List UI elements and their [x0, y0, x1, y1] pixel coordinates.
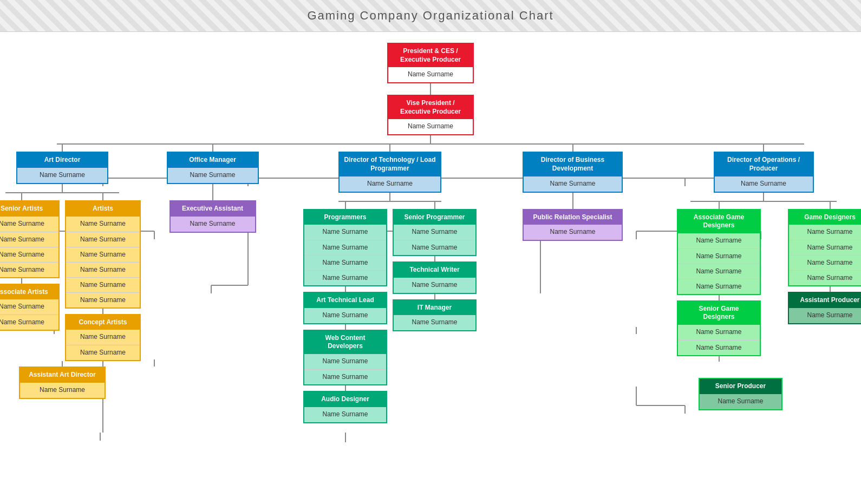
assoc-game-designers-name-3: Name Surname	[678, 279, 760, 294]
artists-name-0: Name Surname	[66, 217, 140, 232]
concept-artists-title: Concept Artists	[66, 315, 140, 330]
web-content-box: Web Content Developers Name Surname Name…	[303, 330, 387, 385]
programmers-name-2: Name Surname	[304, 255, 386, 270]
office-manager-name: Name Surname	[168, 168, 258, 183]
office-manager-box: Office Manager Name Surname	[167, 152, 259, 184]
assoc-game-designers-name-0: Name Surname	[678, 233, 760, 248]
senior-programmer-title: Senior Programmer	[394, 210, 475, 225]
programmers-name-0: Name Surname	[304, 225, 386, 240]
president-box: President & CES / Executive Producer Nam…	[387, 43, 474, 83]
dir-biz-box: Director of Business Development Name Su…	[523, 152, 623, 192]
artists-name-4: Name Surname	[66, 277, 140, 292]
game-designers-title: Game Designers	[789, 210, 861, 225]
senior-producer-name-0: Name Surname	[700, 394, 781, 409]
dir-ops-box: Director of Operations / Producer Name S…	[714, 152, 814, 192]
executive-assistant-box: Executive Assistant Name Surname	[169, 200, 256, 233]
dir-ops-name: Name Surname	[715, 176, 813, 192]
senior-programmer-name-1: Name Surname	[394, 240, 475, 255]
artists-box: Artists Name Surname Name Surname Name S…	[65, 200, 141, 309]
art-tech-lead-box: Art Technical Lead Name Surname	[303, 292, 387, 324]
game-designers-name-2: Name Surname	[789, 255, 861, 270]
web-content-name-1: Name Surname	[304, 369, 386, 384]
associate-artists-title: Associate Artists	[0, 285, 58, 300]
senior-programmer-name-0: Name Surname	[394, 225, 475, 240]
programmers-name-3: Name Surname	[304, 270, 386, 285]
senior-artists-name-1: Name Surname	[0, 232, 58, 247]
assistant-producer-title: Assistant Producer	[789, 293, 861, 308]
web-content-title: Web Content Developers	[304, 331, 386, 354]
senior-producer-title: Senior Producer	[700, 379, 781, 394]
web-content-name-0: Name Surname	[304, 354, 386, 369]
game-designers-name-3: Name Surname	[789, 270, 861, 285]
audio-designer-box: Audio Designer Name Surname	[303, 391, 387, 423]
senior-programmer-box: Senior Programmer Name Surname Name Surn…	[393, 209, 477, 257]
public-relation-box: Public Relation Specialist Name Surname	[523, 209, 623, 241]
dir-tech-box: Director of Technology / Load Programmer…	[338, 152, 441, 192]
assoc-game-designers-name-1: Name Surname	[678, 248, 760, 264]
assistant-art-director-title: Assistant Art Director	[20, 368, 105, 383]
artists-name-3: Name Surname	[66, 262, 140, 277]
concept-artists-name-0: Name Surname	[66, 330, 140, 345]
assistant-producer-name-0: Name Surname	[789, 308, 861, 323]
senior-game-designers-title: Senior Game Designers	[678, 302, 760, 325]
audio-designer-title: Audio Designer	[304, 392, 386, 407]
art-director-box: Art Director Name Surname	[16, 152, 108, 184]
it-manager-title: IT Manager	[394, 300, 475, 316]
assoc-game-designers-box: Associate Game Designers Name Surname Na…	[677, 209, 761, 295]
programmers-title: Programmers	[304, 210, 386, 225]
associate-artists-name-0: Name Surname	[0, 299, 58, 315]
associate-artists-name-1: Name Surname	[0, 315, 58, 330]
assoc-game-designers-title: Associate Game Designers	[678, 210, 760, 233]
senior-producer-box: Senior Producer Name Surname	[699, 378, 782, 410]
art-tech-lead-title: Art Technical Lead	[304, 293, 386, 308]
vp-title: Vise President / Executive Producer	[388, 96, 473, 119]
assistant-producer-box: Assistant Producer Name Surname	[788, 292, 861, 324]
president-name: Name Surname	[388, 67, 473, 82]
associate-artists-box: Associate Artists Name Surname Name Surn…	[0, 284, 60, 331]
technical-writer-box: Technical Writer Name Surname	[393, 261, 477, 294]
dir-tech-title: Director of Technology / Load Programmer	[340, 153, 440, 176]
artists-name-5: Name Surname	[66, 292, 140, 307]
game-designers-name-0: Name Surname	[789, 225, 861, 240]
senior-artists-name-0: Name Surname	[0, 217, 58, 232]
public-relation-title: Public Relation Specialist	[524, 210, 622, 225]
technical-writer-title: Technical Writer	[394, 263, 475, 278]
it-manager-name-0: Name Surname	[394, 315, 475, 330]
executive-assistant-name-0: Name Surname	[171, 217, 255, 232]
public-relation-name-0: Name Surname	[524, 225, 622, 240]
executive-assistant-title: Executive Assistant	[171, 201, 255, 217]
artists-name-2: Name Surname	[66, 247, 140, 262]
office-manager-title: Office Manager	[168, 153, 258, 168]
concept-artists-box: Concept Artists Name Surname Name Surnam…	[65, 314, 141, 362]
it-manager-box: IT Manager Name Surname	[393, 299, 477, 332]
art-tech-lead-name-0: Name Surname	[304, 308, 386, 323]
assoc-game-designers-name-2: Name Surname	[678, 264, 760, 279]
audio-designer-name-0: Name Surname	[304, 407, 386, 422]
vp-box: Vise President / Executive Producer Name…	[387, 95, 474, 135]
art-director-name: Name Surname	[17, 168, 107, 183]
artists-name-1: Name Surname	[66, 232, 140, 247]
concept-artists-name-1: Name Surname	[66, 345, 140, 360]
president-title: President & CES / Executive Producer	[388, 44, 473, 67]
assistant-art-director-box: Assistant Art Director Name Surname	[19, 366, 106, 399]
page-title: Gaming Company Organizational Chart	[307, 9, 553, 22]
dir-biz-title: Director of Business Development	[524, 153, 622, 176]
senior-game-designers-name-0: Name Surname	[678, 325, 760, 340]
programmers-box: Programmers Name Surname Name Surname Na…	[303, 209, 387, 287]
game-designers-box: Game Designers Name Surname Name Surname…	[788, 209, 861, 287]
artists-title: Artists	[66, 201, 140, 217]
technical-writer-name-0: Name Surname	[394, 278, 475, 293]
senior-artists-name-3: Name Surname	[0, 262, 58, 277]
art-director-title: Art Director	[17, 153, 107, 168]
senior-game-designers-name-1: Name Surname	[678, 340, 760, 355]
senior-artists-box: Senior Artists Name Surname Name Surname…	[0, 200, 60, 278]
assistant-art-director-name-0: Name Surname	[20, 383, 105, 398]
dir-ops-title: Director of Operations / Producer	[715, 153, 813, 176]
game-designers-name-1: Name Surname	[789, 240, 861, 255]
dir-tech-name: Name Surname	[340, 176, 440, 192]
page-title-bar: Gaming Company Organizational Chart	[0, 0, 861, 32]
senior-artists-name-2: Name Surname	[0, 247, 58, 262]
senior-artists-title: Senior Artists	[0, 201, 58, 217]
vp-name: Name Surname	[388, 119, 473, 134]
programmers-name-1: Name Surname	[304, 240, 386, 255]
